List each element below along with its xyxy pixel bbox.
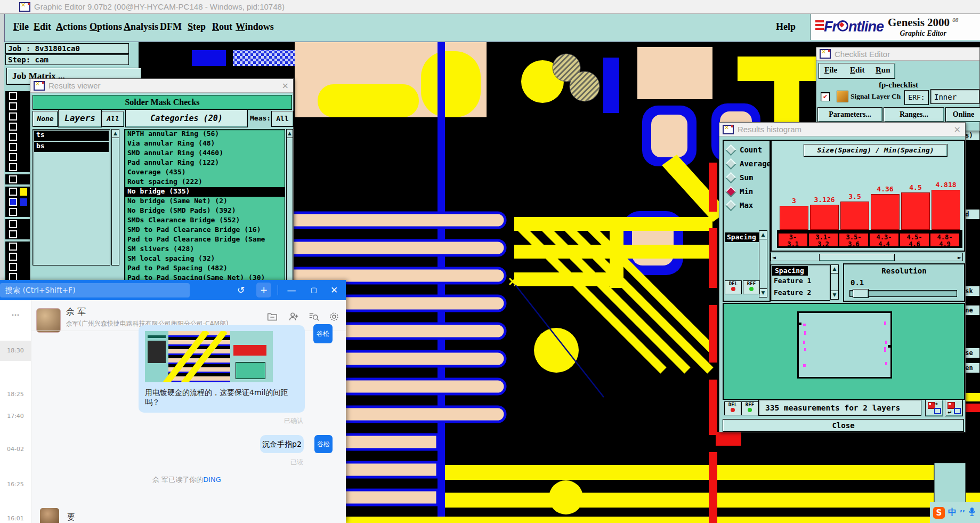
layer-checkbox[interactable] — [9, 133, 17, 141]
measure-row[interactable]: Feature 2 — [771, 288, 830, 300]
my-avatar[interactable]: 谷松 — [313, 324, 333, 343]
category-row[interactable]: No Bridge (SMD Pads) (392) — [125, 206, 285, 216]
layer-checkbox[interactable] — [9, 112, 17, 120]
stat-radio-count[interactable]: Count — [724, 143, 770, 157]
menu-analysis[interactable]: Analysis — [124, 21, 158, 33]
chat-search-input[interactable]: 搜索 (Ctrl+Shift+F) — [0, 283, 190, 297]
layer-checkbox[interactable] — [9, 243, 17, 251]
checklist-menu[interactable]: FileEditRun — [819, 63, 895, 79]
category-row[interactable]: Pad to Pad Clearance Bridge (Same — [125, 235, 285, 245]
histogram-title-bar[interactable]: Results histogram × — [719, 123, 965, 136]
sogou-icon[interactable]: S — [933, 507, 945, 519]
ime-punct-icon[interactable]: ’’ — [960, 509, 965, 517]
histogram-close-icon[interactable]: × — [954, 124, 961, 134]
chat-timestamp[interactable]: 16:01 — [0, 515, 31, 522]
minimize-icon[interactable]: — — [284, 283, 299, 297]
contact-avatar[interactable] — [36, 308, 61, 333]
layer-checkbox[interactable] — [9, 230, 17, 238]
layer-checkbox[interactable] — [9, 198, 17, 206]
stat-radio-average[interactable]: Average — [724, 157, 770, 171]
checklist-checkbox[interactable]: ✔ — [821, 92, 830, 101]
category-list-scrollbar[interactable]: ▲ — [286, 129, 293, 284]
chat-timestamp[interactable]: 04-02 — [0, 446, 31, 453]
new-chat-icon[interactable]: + — [256, 283, 271, 297]
category-list[interactable]: NPTH annular Ring (56)Via annular Ring (… — [124, 129, 285, 285]
measure-row[interactable]: Spacing — [772, 266, 808, 276]
checklist-menu-file[interactable]: File — [824, 66, 837, 75]
category-row[interactable]: Coverage (435) — [125, 168, 285, 178]
chat-title-bar[interactable]: 搜索 (Ctrl+Shift+F) ↺ + — ▢ ✕ — [0, 280, 346, 300]
chat-timestamp[interactable]: 18:25 — [0, 391, 31, 398]
history-icon[interactable]: ↺ — [233, 283, 248, 297]
menu-rout[interactable]: Rout — [212, 21, 232, 33]
menu-help[interactable]: Help — [776, 21, 796, 33]
menu-edit[interactable]: Edit — [34, 21, 51, 33]
chat-timestamp[interactable]: 16:25 — [0, 481, 31, 488]
folder-icon[interactable] — [266, 311, 278, 323]
category-row[interactable]: NPTH annular Ring (56) — [125, 130, 285, 139]
chat-timestamp[interactable]: 18:30 — [0, 341, 31, 361]
meas-dropdown[interactable]: All — [271, 111, 294, 127]
ding-link[interactable]: DING — [203, 476, 221, 484]
none-button[interactable]: None — [33, 111, 58, 127]
layer-item[interactable]: bs — [34, 142, 109, 152]
results-layer-list[interactable]: tsbs — [33, 129, 110, 265]
layer-checkbox[interactable] — [9, 153, 17, 161]
layer-checkbox[interactable] — [9, 253, 17, 261]
category-row[interactable]: Pad annular Ring (122) — [125, 158, 285, 168]
category-row[interactable]: Via annular Ring (48) — [125, 139, 285, 149]
all-button[interactable]: All — [102, 111, 124, 127]
checklist-title-bar[interactable]: Checklist Editor — [816, 47, 979, 61]
message-image[interactable] — [145, 331, 273, 382]
result-zoom-button[interactable]: ↵ — [945, 399, 963, 416]
add-member-icon[interactable] — [288, 311, 299, 323]
layer-checkbox[interactable] — [9, 163, 17, 171]
category-row[interactable]: SMD annular Ring (4460) — [125, 149, 285, 158]
measure-list[interactable]: SpacingFeature 1Feature 2 — [771, 264, 830, 301]
layers-button[interactable]: Layers — [58, 109, 102, 127]
category-row[interactable]: SMDs Clearance Bridge (552) — [125, 216, 285, 226]
stat-radio-max[interactable]: Max — [724, 198, 770, 212]
category-row[interactable]: Pad to Pad Spacing (482) — [125, 264, 285, 273]
menu-file[interactable]: File — [13, 21, 29, 33]
erf-field[interactable]: Inner — [930, 89, 979, 104]
measure-row[interactable]: Feature 1 — [771, 277, 830, 288]
layer-list-scrollbar[interactable]: ▲ — [111, 129, 119, 265]
axis-item-spacing[interactable]: Spacing — [725, 232, 760, 242]
more-icon[interactable]: ··· — [6, 311, 25, 319]
categories-button[interactable]: Categories (20) — [125, 109, 248, 127]
category-row[interactable]: Rout spacing (222) — [125, 178, 285, 187]
layer-checkbox[interactable] — [9, 220, 17, 228]
stat-radio-min[interactable]: Min — [724, 184, 770, 198]
chat-timestamp[interactable]: 17:40 — [0, 413, 31, 420]
mic-icon[interactable] — [968, 507, 976, 519]
chart-hscrollbar[interactable]: ◄ ► — [771, 253, 963, 261]
layer-checkbox[interactable] — [9, 123, 17, 131]
ime-chinese-icon[interactable]: 中 — [948, 507, 957, 518]
parameters-button[interactable]: Parameters... — [817, 107, 882, 122]
avatar[interactable] — [40, 508, 59, 523]
layer-checkbox[interactable] — [9, 263, 17, 271]
category-row[interactable]: No bridge (Same Net) (2) — [125, 197, 285, 206]
axis-scrollbar[interactable]: ▲▼ — [759, 230, 767, 297]
category-row[interactable]: SM local spacing (32) — [125, 254, 285, 264]
result-display-button[interactable]: → — [925, 399, 943, 416]
layer-item[interactable]: ts — [34, 131, 109, 141]
menu-actions[interactable]: Actions — [56, 21, 87, 33]
checklist-menu-edit[interactable]: Edit — [850, 66, 865, 75]
chat-search-icon[interactable] — [308, 311, 320, 323]
layer-checkbox[interactable] — [9, 175, 17, 183]
layer-checkbox[interactable] — [9, 102, 17, 110]
category-row[interactable]: SM slivers (428) — [125, 245, 285, 254]
category-row[interactable]: SMD to Pad Clearance Bridge (16) — [125, 226, 285, 235]
my-avatar[interactable]: 谷松 — [314, 435, 333, 453]
maximize-icon[interactable]: ▢ — [306, 283, 321, 297]
stat-radio-group[interactable]: CountAverageSumMinMax — [724, 141, 770, 212]
ref-button-bottom[interactable]: REF — [741, 401, 758, 415]
results-viewer-close-icon[interactable]: × — [282, 81, 289, 91]
layer-checkbox[interactable] — [9, 208, 17, 216]
layer-checkbox[interactable] — [9, 92, 17, 100]
stat-radio-sum[interactable]: Sum — [724, 171, 770, 184]
layer-checkbox[interactable] — [9, 188, 17, 196]
erf-button[interactable]: ERF: — [904, 90, 929, 105]
